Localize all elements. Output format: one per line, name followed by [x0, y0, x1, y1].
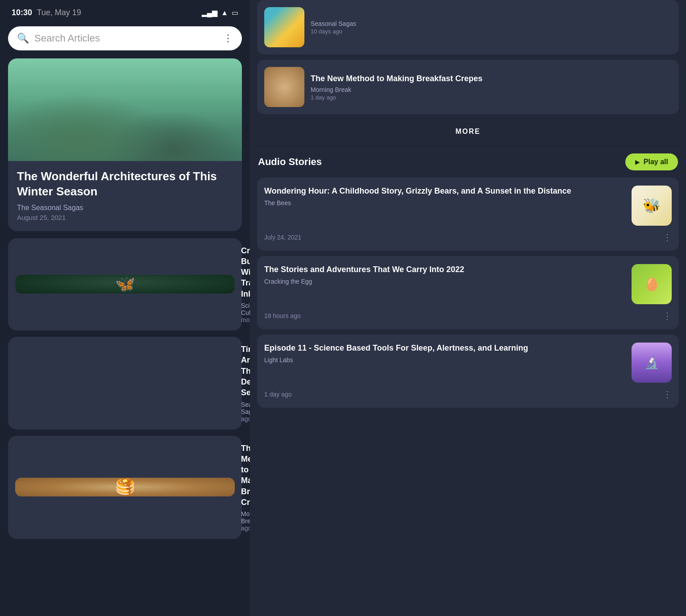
right-partial-time: 10 days ago [311, 28, 672, 35]
wifi-icon: ▲ [221, 9, 228, 17]
featured-date: August 25, 2021 [17, 214, 233, 221]
audio-card-source-2: Light Labs [264, 356, 625, 364]
audio-options-icon-0[interactable]: ⋮ [663, 232, 672, 243]
more-options-icon[interactable]: ⋮ [223, 33, 233, 44]
play-all-button[interactable]: ▶ Play all [625, 153, 678, 170]
audio-card-top-2: Episode 11 - Science Based Tools For Sle… [264, 343, 672, 383]
audio-card-bottom-1: 18 hours ago ⋮ [264, 310, 672, 321]
search-placeholder[interactable]: Search Articles [34, 33, 218, 44]
audio-card-info-0: Wondering Hour: A Childhood Story, Grizz… [264, 186, 625, 207]
article-thumbnail-2: 🥞 [15, 478, 235, 496]
right-crepes-title: The New Method to Making Breakfast Crepe… [311, 73, 672, 84]
audio-header: Audio Stories ▶ Play all [257, 153, 679, 170]
article-card-0[interactable]: 🦋 Creating Butterflies With New Transpar… [8, 238, 242, 331]
search-bar[interactable]: 🔍 Search Articles ⋮ [8, 26, 242, 50]
audio-card-2[interactable]: Episode 11 - Science Based Tools For Sle… [257, 335, 679, 408]
right-thumb-crepes [264, 67, 304, 107]
audio-card-info-2: Episode 11 - Science Based Tools For Sle… [264, 343, 625, 364]
audio-card-1[interactable]: The Stories and Adventures That We Carry… [257, 256, 679, 329]
left-panel: 10:30 Tue, May 19 ▂▄▆ ▲ ▭ 🔍 Search Artic… [0, 0, 250, 616]
featured-title: The Wonderful Architectures of This Wint… [17, 169, 233, 199]
search-icon: 🔍 [17, 33, 29, 44]
audio-options-icon-2[interactable]: ⋮ [663, 389, 672, 400]
more-button-wrap[interactable]: MORE [257, 120, 679, 144]
audio-card-bottom-0: July 24, 2021 ⋮ [264, 232, 672, 243]
status-bar: 10:30 Tue, May 19 ▂▄▆ ▲ ▭ [8, 0, 242, 22]
audio-card-info-1: The Stories and Adventures That We Carry… [264, 264, 625, 285]
audio-time-0: July 24, 2021 [264, 234, 301, 241]
right-crepes-time: 1 day ago [311, 94, 672, 101]
article-card-1[interactable]: Timeless Architecture, Through Decades a… [8, 337, 242, 429]
audio-card-title-1: The Stories and Adventures That We Carry… [264, 264, 625, 275]
right-panel: Seasonal Sagas 10 days ago The New Metho… [250, 0, 686, 616]
audio-card-source-0: The Bees [264, 199, 625, 207]
status-icons: ▂▄▆ ▲ ▭ [202, 8, 238, 17]
right-crepes-source: Morning Break [311, 86, 672, 93]
audio-section-title: Audio Stories [258, 156, 322, 168]
audio-card-top-1: The Stories and Adventures That We Carry… [264, 264, 672, 304]
play-icon: ▶ [635, 158, 640, 165]
featured-card[interactable]: The Wonderful Architectures of This Wint… [8, 58, 242, 231]
audio-card-top-0: Wondering Hour: A Childhood Story, Grizz… [264, 186, 672, 226]
featured-source: The Seasonal Sagas [17, 204, 233, 212]
audio-card-source-1: Cracking the Egg [264, 278, 625, 285]
right-thumb-seasonal [264, 7, 304, 47]
audio-card-title-0: Wondering Hour: A Childhood Story, Grizz… [264, 186, 625, 197]
audio-thumb-0: 🐝 [632, 186, 672, 226]
signal-icon: ▂▄▆ [202, 8, 217, 17]
right-crepes-info: The New Method to Making Breakfast Crepe… [311, 73, 672, 101]
right-partial-source: Seasonal Sagas [311, 20, 672, 27]
audio-thumb-2: 🔬 [632, 343, 672, 383]
audio-card-bottom-2: 1 day ago ⋮ [264, 389, 672, 400]
status-time: 10:30 [12, 8, 32, 17]
right-partial-info: Seasonal Sagas 10 days ago [311, 20, 672, 35]
more-button[interactable]: MORE [456, 128, 481, 136]
audio-card-0[interactable]: Wondering Hour: A Childhood Story, Grizz… [257, 178, 679, 251]
audio-card-title-2: Episode 11 - Science Based Tools For Sle… [264, 343, 625, 354]
audio-options-icon-1[interactable]: ⋮ [663, 310, 672, 321]
featured-content: The Wonderful Architectures of This Wint… [8, 161, 242, 231]
status-date: Tue, May 19 [37, 8, 81, 17]
play-all-label: Play all [644, 158, 668, 166]
battery-icon: ▭ [232, 8, 238, 17]
article-thumbnail-0: 🦋 [15, 275, 235, 294]
right-article-partial[interactable]: Seasonal Sagas 10 days ago [257, 0, 679, 54]
right-article-crepes[interactable]: The New Method to Making Breakfast Crepe… [257, 60, 679, 114]
audio-time-2: 1 day ago [264, 391, 292, 398]
section-divider [257, 145, 679, 146]
featured-image [8, 58, 242, 161]
audio-thumb-1: 🥚 [632, 264, 672, 304]
article-card-2[interactable]: 🥞 The New Method to Making Breakfast Cre… [8, 436, 242, 539]
audio-time-1: 18 hours ago [264, 312, 301, 319]
